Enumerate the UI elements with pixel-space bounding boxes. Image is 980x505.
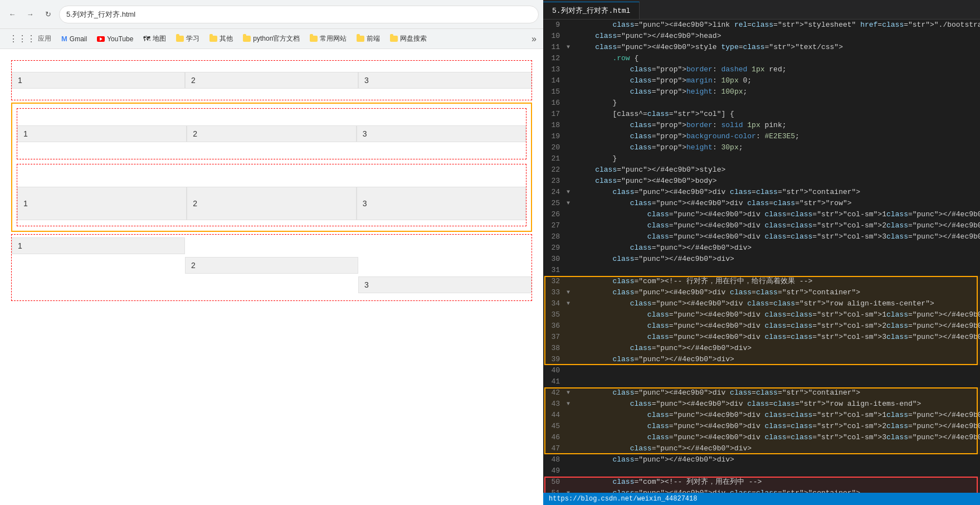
code-line: 35 class="punc"><#4ec9b0">div class=clas… bbox=[543, 309, 980, 321]
section2-center-row-container: 1 2 3 bbox=[17, 108, 526, 159]
fold-indicator[interactable]: ▼ bbox=[567, 488, 576, 493]
line-content: class="com"><!-- 列对齐，用在列中 --> bbox=[576, 477, 980, 488]
fold-indicator[interactable]: ▼ bbox=[567, 187, 576, 198]
line-number: 19 bbox=[543, 131, 567, 142]
fold-indicator[interactable]: ▼ bbox=[567, 198, 576, 209]
bookmark-learning[interactable]: 学习 bbox=[172, 32, 204, 46]
common-folder-icon bbox=[310, 36, 318, 42]
section2-col2: 2 bbox=[187, 125, 356, 142]
section3-col1: 1 bbox=[17, 187, 187, 220]
section3-end-row: 1 2 3 bbox=[17, 187, 526, 220]
code-line: 42▼ class="punc"><#4ec9b0">div class=cla… bbox=[543, 387, 980, 399]
line-number: 29 bbox=[543, 242, 567, 254]
bookmark-python[interactable]: python官方文档 bbox=[238, 32, 304, 46]
line-number: 39 bbox=[543, 354, 567, 365]
line-content: class="prop">margin: 10px 0; bbox=[576, 75, 980, 86]
code-line: 32 class="com"><!-- 行对齐，用在行中，给行高着效果 --> bbox=[543, 276, 980, 287]
bookmark-maps[interactable]: 🗺 地图 bbox=[139, 32, 170, 46]
other-folder-icon bbox=[209, 36, 217, 42]
code-line: 17 [class^=class="str">"col"] { bbox=[543, 109, 980, 120]
learning-label: 学习 bbox=[186, 34, 199, 43]
code-line: 20 class="prop">height: 30px; bbox=[543, 142, 980, 153]
code-line: 14 class="prop">margin: 10px 0; bbox=[543, 75, 980, 86]
maps-label: 地图 bbox=[153, 34, 166, 43]
bookmark-gmail[interactable]: M Gmail bbox=[57, 32, 91, 45]
line-number: 41 bbox=[543, 376, 567, 387]
line-content: } bbox=[576, 98, 980, 109]
code-line: 9 class="punc"><#4ec9b0">link rel=class=… bbox=[543, 20, 980, 31]
line-content: class="punc"></#4ec9b0">head> bbox=[576, 31, 980, 42]
section4-col2: 2 bbox=[185, 257, 358, 274]
line-content: class="punc"><#4ec9b0">link rel=class="s… bbox=[576, 20, 980, 31]
bookmarks-more-button[interactable]: » bbox=[529, 32, 539, 46]
line-number: 27 bbox=[543, 220, 567, 231]
other-label: 其他 bbox=[220, 34, 233, 43]
line-number: 51 bbox=[543, 488, 567, 493]
line-number: 18 bbox=[543, 120, 567, 131]
bookmark-netdisk[interactable]: 网盘搜索 bbox=[386, 32, 431, 46]
code-line: 22 class="punc"></#4ec9b0">style> bbox=[543, 164, 980, 176]
code-line: 23 class="punc"><#4ec9b0">body> bbox=[543, 176, 980, 187]
line-content: class="prop">border: solid 1px pink; bbox=[576, 120, 980, 131]
bookmark-common[interactable]: 常用网站 bbox=[305, 32, 351, 46]
code-line: 31 bbox=[543, 265, 980, 276]
bookmark-other[interactable]: 其他 bbox=[205, 32, 237, 46]
browser-controls: ← → ↻ bbox=[4, 7, 56, 22]
line-number: 49 bbox=[543, 465, 567, 477]
code-line: 16 } bbox=[543, 98, 980, 109]
forward-button[interactable]: → bbox=[22, 7, 38, 22]
fold-indicator[interactable]: ▼ bbox=[567, 42, 576, 53]
line-number: 26 bbox=[543, 209, 567, 220]
line-content: class="punc"><#4ec9b0">div class=class="… bbox=[576, 399, 980, 410]
line-number: 12 bbox=[543, 53, 567, 64]
line-number: 17 bbox=[543, 109, 567, 120]
line-content: class="punc"><#4ec9b0">div class=class="… bbox=[576, 287, 980, 298]
line-number: 35 bbox=[543, 309, 567, 321]
line-number: 37 bbox=[543, 332, 567, 343]
bookmark-youtube[interactable]: YouTube bbox=[92, 33, 138, 45]
address-bar[interactable]: 5.列对齐_行对齐.html bbox=[59, 6, 539, 23]
section1-col1: 1 bbox=[12, 72, 185, 89]
line-content: class="punc"><#4ec9b0">div class=class="… bbox=[576, 387, 980, 399]
section3-col2: 2 bbox=[187, 187, 356, 220]
bookmark-frontend[interactable]: 前端 bbox=[352, 32, 384, 46]
fold-indicator[interactable]: ▼ bbox=[567, 399, 576, 410]
line-number: 45 bbox=[543, 421, 567, 432]
bookmark-apps[interactable]: ⋮⋮⋮ 应用 bbox=[4, 31, 56, 46]
line-content: class="punc"><#4ec9b0">div class=class="… bbox=[576, 488, 980, 493]
code-line: 12 .row { bbox=[543, 53, 980, 64]
code-line: 11▼ class="punc"><#4ec9b0">style type=cl… bbox=[543, 42, 980, 53]
code-editor[interactable]: 9 class="punc"><#4ec9b0">link rel=class=… bbox=[543, 20, 980, 493]
fold-indicator[interactable]: ▼ bbox=[567, 298, 576, 309]
code-line: 41 bbox=[543, 376, 980, 387]
back-button[interactable]: ← bbox=[4, 7, 20, 22]
line-content: class="punc"><#4ec9b0">div class=class="… bbox=[576, 421, 980, 432]
line-content: class="punc"><#4ec9b0">div class=class="… bbox=[576, 298, 980, 309]
code-line: 30 class="punc"></#4ec9b0">div> bbox=[543, 254, 980, 265]
common-label: 常用网站 bbox=[320, 34, 347, 43]
line-number: 43 bbox=[543, 399, 567, 410]
editor-tab-bar: 5.列对齐_行对齐.html bbox=[543, 0, 980, 20]
fold-indicator[interactable]: ▼ bbox=[567, 287, 576, 298]
section2-center-row: 1 2 3 bbox=[17, 125, 526, 142]
line-content: class="punc"><#4ec9b0">div class=class="… bbox=[576, 209, 980, 220]
line-content: class="punc"><#4ec9b0">div class=class="… bbox=[576, 332, 980, 343]
maps-icon: 🗺 bbox=[143, 35, 150, 43]
line-number: 30 bbox=[543, 254, 567, 265]
code-editor-panel: 5.列对齐_行对齐.html 9 class="punc"><#4ec9b0">… bbox=[543, 0, 980, 505]
code-line: 34▼ class="punc"><#4ec9b0">div class=cla… bbox=[543, 298, 980, 309]
editor-tab-active[interactable]: 5.列对齐_行对齐.html bbox=[543, 2, 640, 19]
line-number: 38 bbox=[543, 343, 567, 354]
netdisk-label: 网盘搜索 bbox=[400, 34, 427, 43]
code-line: 25▼ class="punc"><#4ec9b0">div class=cla… bbox=[543, 198, 980, 209]
line-number: 16 bbox=[543, 98, 567, 109]
line-number: 23 bbox=[543, 176, 567, 187]
frontend-label: 前端 bbox=[367, 34, 380, 43]
section2-col3: 3 bbox=[357, 125, 526, 142]
netdisk-folder-icon bbox=[390, 36, 398, 42]
fold-indicator[interactable]: ▼ bbox=[567, 387, 576, 399]
code-line: 36 class="punc"><#4ec9b0">div class=clas… bbox=[543, 321, 980, 332]
code-line: 50 class="com"><!-- 列对齐，用在列中 --> bbox=[543, 477, 980, 488]
line-number: 44 bbox=[543, 410, 567, 421]
reload-button[interactable]: ↻ bbox=[40, 7, 56, 22]
